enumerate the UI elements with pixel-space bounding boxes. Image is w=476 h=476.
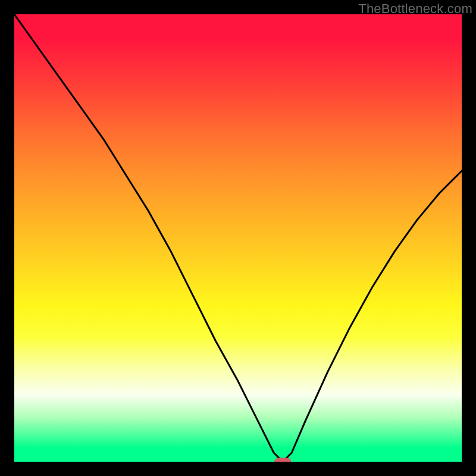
optimum-marker — [274, 458, 291, 462]
watermark-label: TheBottleneck.com — [358, 1, 472, 17]
bottleneck-curve — [14, 14, 462, 462]
plot-svg — [14, 14, 462, 462]
plot-area — [14, 14, 462, 462]
chart-frame: TheBottleneck.com — [0, 0, 476, 476]
